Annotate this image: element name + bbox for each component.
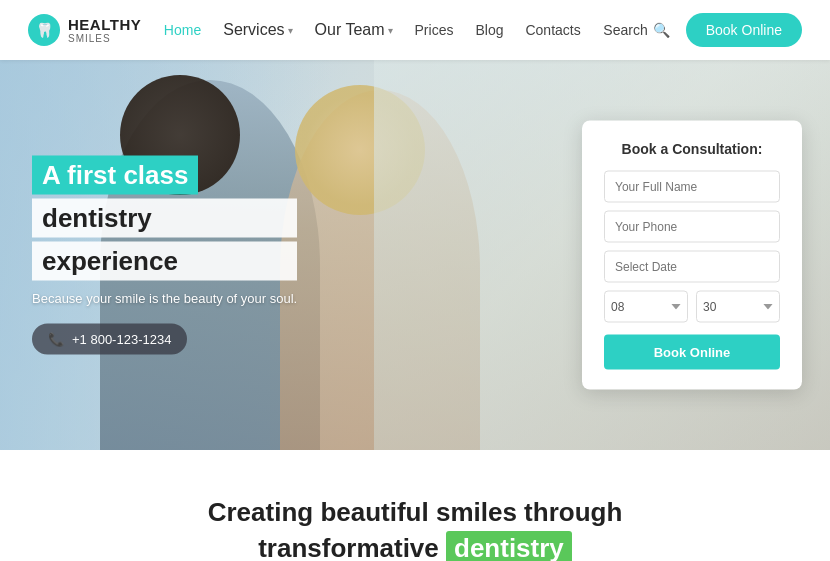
tagline-heading: Creating beautiful smiles through transf…	[20, 494, 810, 561]
nav-item-our-team[interactable]: Our Team ▾	[315, 21, 393, 39]
date-input[interactable]	[604, 251, 780, 283]
hero-text-content: A first class dentistry experience Becau…	[32, 156, 297, 355]
hero-title-line2: experience	[32, 242, 297, 281]
hour-select[interactable]: 07 08 09 10 11 12	[604, 291, 688, 323]
logo-icon: 🦷	[28, 14, 60, 46]
nav-item-home[interactable]: Home	[164, 22, 201, 38]
logo[interactable]: 🦷 HEALTHY SMILES	[28, 14, 141, 46]
logo-main-text: HEALTHY	[68, 16, 141, 33]
minute-select[interactable]: 00 15 30 45	[696, 291, 780, 323]
booking-submit-button[interactable]: Book Online	[604, 335, 780, 370]
main-nav: Home Services ▾ Our Team ▾ Prices Blog C…	[164, 21, 581, 39]
search-button[interactable]: Search 🔍	[603, 22, 669, 38]
logo-sub-text: SMILES	[68, 33, 141, 44]
header-actions: Search 🔍 Book Online	[603, 13, 802, 47]
hero-title-block: A first class dentistry experience	[32, 156, 297, 281]
booking-card: Book a Consultation: 07 08 09 10 11 12 0…	[582, 121, 802, 390]
time-row: 07 08 09 10 11 12 00 15 30 45	[604, 291, 780, 323]
header: 🦷 HEALTHY SMILES Home Services ▾ Our Tea…	[0, 0, 830, 60]
chevron-down-icon: ▾	[388, 25, 393, 36]
phone-input[interactable]	[604, 211, 780, 243]
book-online-button[interactable]: Book Online	[686, 13, 802, 47]
search-icon: 🔍	[653, 22, 670, 38]
nav-item-prices[interactable]: Prices	[415, 22, 454, 38]
hero-phone-button[interactable]: 📞 +1 800-123-1234	[32, 324, 187, 355]
logo-text: HEALTHY SMILES	[68, 16, 141, 44]
booking-card-title: Book a Consultation:	[604, 141, 780, 157]
nav-item-contacts[interactable]: Contacts	[525, 22, 580, 38]
tagline-section: Creating beautiful smiles through transf…	[0, 450, 830, 561]
hero-section: A first class dentistry experience Becau…	[0, 60, 830, 450]
chevron-down-icon: ▾	[288, 25, 293, 36]
hero-tag: A first class	[32, 156, 198, 195]
nav-item-blog[interactable]: Blog	[475, 22, 503, 38]
phone-icon: 📞	[48, 332, 64, 347]
full-name-input[interactable]	[604, 171, 780, 203]
hero-title-line1: dentistry	[32, 199, 297, 238]
nav-item-services[interactable]: Services ▾	[223, 21, 292, 39]
tagline-highlight: dentistry	[446, 531, 572, 561]
hero-subtitle: Because your smile is the beauty of your…	[32, 291, 297, 306]
